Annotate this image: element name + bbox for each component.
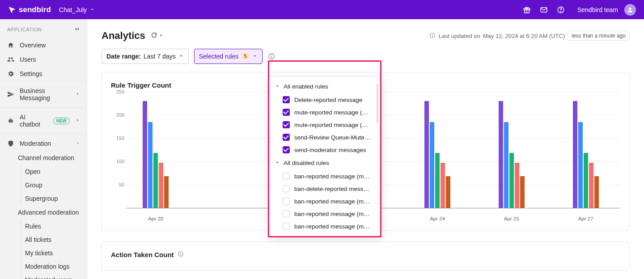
shield-icon: [7, 140, 14, 147]
dropdown-item[interactable]: ban-reported message (m…: [269, 170, 380, 182]
sidebar-item-channel-moderation[interactable]: Channel moderation: [0, 151, 87, 165]
dropdown-item-label: ban-reported message (m…: [294, 211, 370, 217]
chevron-down-icon: [89, 6, 95, 13]
chevron-up-icon: [252, 53, 258, 60]
dropdown-item[interactable]: mute-reported message (…: [269, 118, 380, 131]
sidebar-item-overview[interactable]: Overview: [0, 38, 87, 52]
header-user[interactable]: Sendbird team: [577, 4, 636, 16]
sidebar-item-moderated-users[interactable]: Moderated users: [0, 273, 87, 279]
sidebar-section-header: APPLICATION: [0, 19, 87, 38]
bar-group: [573, 101, 599, 208]
checkbox-icon[interactable]: [283, 146, 290, 153]
bar[interactable]: [143, 101, 147, 208]
sidebar-item-label: Users: [20, 56, 36, 63]
date-range-filter[interactable]: Date range: Last 7 days: [102, 49, 189, 64]
bar[interactable]: [499, 101, 503, 208]
bar[interactable]: [504, 122, 508, 208]
main-content: Analytics Last updated on May 12, 2024 a…: [87, 19, 644, 279]
chevron-down-icon: [75, 140, 80, 147]
checkbox-icon[interactable]: [283, 173, 290, 180]
team-name: Sendbird team: [577, 6, 618, 13]
bar[interactable]: [589, 163, 593, 208]
checkbox-icon[interactable]: [283, 223, 290, 230]
sidebar-item-open[interactable]: Open: [0, 165, 87, 178]
checkbox-icon[interactable]: [283, 134, 290, 141]
sidebar-item-users[interactable]: Users: [0, 52, 87, 67]
gift-icon[interactable]: [523, 6, 531, 14]
sidebar-item-ai-chatbot[interactable]: AI chatbot NEW: [0, 108, 87, 134]
bar[interactable]: [509, 153, 514, 208]
bar[interactable]: [594, 176, 599, 208]
header-icon-group: [523, 6, 565, 14]
dropdown-item[interactable]: mute-reported message (…: [269, 106, 380, 118]
checkbox-icon[interactable]: [283, 109, 290, 116]
chevron-down-icon: [178, 53, 184, 60]
sidebar-item-all-tickets[interactable]: All tickets: [0, 233, 87, 246]
checkbox-icon[interactable]: [283, 185, 290, 192]
bar[interactable]: [164, 176, 169, 208]
dropdown-item[interactable]: Delete-reported message: [269, 93, 380, 106]
bar[interactable]: [430, 122, 434, 208]
robot-icon: [7, 117, 14, 124]
dropdown-item[interactable]: ban-reported message (m…: [269, 207, 380, 220]
info-icon[interactable]: [268, 53, 275, 60]
dropdown-item[interactable]: send-Review Queue-Mute…: [269, 131, 380, 144]
app-switcher[interactable]: Chat_July: [59, 6, 95, 13]
avatar[interactable]: [624, 4, 636, 16]
selected-rules-filter[interactable]: Selected rules 5: [194, 49, 263, 64]
sidebar-collapse-icon[interactable]: [73, 25, 80, 34]
bar[interactable]: [578, 122, 583, 208]
checkbox-icon[interactable]: [283, 121, 290, 128]
sidebar-item-moderation[interactable]: Moderation: [0, 134, 87, 151]
refresh-button[interactable]: [151, 32, 164, 40]
bar[interactable]: [446, 176, 450, 208]
scrollbar[interactable]: [377, 83, 378, 123]
svg-point-7: [9, 121, 10, 122]
checkbox-icon[interactable]: [283, 210, 290, 217]
svg-point-10: [10, 118, 11, 119]
checkbox-icon[interactable]: [283, 96, 290, 103]
sendbird-logo-icon: [8, 6, 16, 14]
bar[interactable]: [148, 122, 153, 208]
sidebar-item-business-messaging[interactable]: Business Messaging: [0, 81, 87, 108]
sidebar-item-rules[interactable]: Rules: [0, 220, 87, 233]
brand-logo[interactable]: sendbird: [8, 5, 51, 14]
dropdown-group-enabled-header[interactable]: All enabled rules: [269, 80, 380, 93]
checkbox-icon[interactable]: [283, 198, 290, 205]
dropdown-item[interactable]: ban-delete-reported mess…: [269, 182, 380, 195]
action-taken-card: Action Taken Count: [102, 241, 630, 271]
sidebar-item-my-tickets[interactable]: My tickets: [0, 246, 87, 260]
sidebar-section-label: APPLICATION: [7, 27, 42, 32]
dropdown-item[interactable]: ban-reported message (m…: [269, 195, 380, 207]
top-header: sendbird Chat_July Sendbird team: [0, 0, 644, 19]
sidebar-item-group[interactable]: Group: [0, 178, 87, 192]
bar[interactable]: [435, 153, 440, 208]
bar[interactable]: [584, 153, 588, 208]
mail-icon[interactable]: [540, 6, 548, 14]
selected-rules-label: Selected rules: [199, 53, 239, 60]
sidebar-item-label: Settings: [20, 70, 42, 77]
sidebar-item-settings[interactable]: Settings: [0, 67, 87, 81]
bar[interactable]: [573, 101, 577, 208]
chevron-up-icon: [275, 160, 280, 166]
bar-group: [499, 101, 525, 208]
bar[interactable]: [441, 163, 445, 208]
bar[interactable]: [159, 163, 163, 208]
dropdown-item-label: send-Review Queue-Mute…: [294, 134, 370, 141]
help-icon[interactable]: [557, 6, 565, 14]
bar[interactable]: [424, 101, 429, 208]
dropdown-group-disabled-header[interactable]: All disabled rules: [269, 156, 380, 170]
bar[interactable]: [153, 153, 158, 208]
bar[interactable]: [515, 163, 519, 208]
sidebar-item-moderation-logs[interactable]: Moderation logs: [0, 260, 87, 273]
dropdown-item-label: Delete-reported message: [294, 97, 362, 103]
home-icon: [7, 42, 14, 49]
sidebar-item-supergroup[interactable]: Supergroup: [0, 192, 87, 205]
bar[interactable]: [520, 176, 525, 208]
page-title: Analytics: [102, 30, 145, 42]
dropdown-item[interactable]: send-moderator messages: [269, 144, 380, 156]
dropdown-item[interactable]: ban-reported message (m…: [269, 220, 380, 232]
info-icon[interactable]: [178, 251, 184, 258]
sidebar-item-advanced-moderation[interactable]: Advanced moderation: [0, 205, 87, 220]
card-title: Rule Trigger Count: [111, 81, 171, 89]
